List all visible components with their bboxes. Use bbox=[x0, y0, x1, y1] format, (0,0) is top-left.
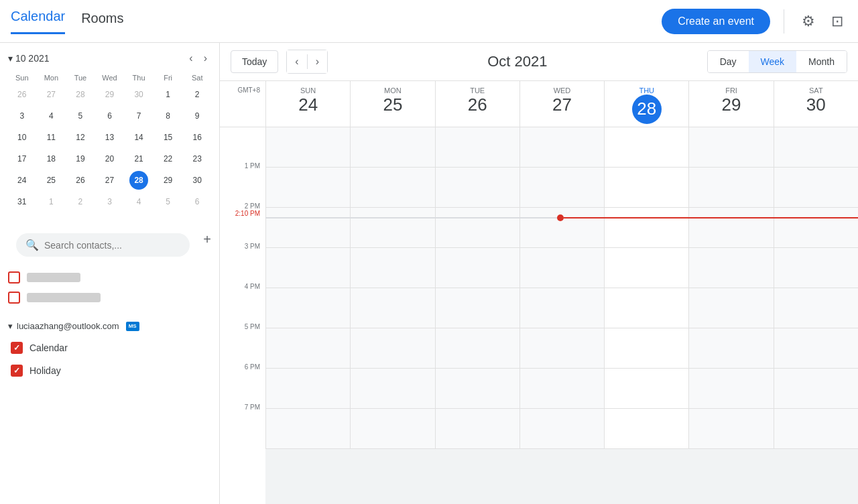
grid-cell[interactable] bbox=[519, 168, 604, 207]
mini-day[interactable]: 5 bbox=[71, 107, 90, 125]
mini-day[interactable]: 13 bbox=[100, 128, 119, 147]
day-header-sat[interactable]: Sat30 bbox=[774, 81, 858, 127]
prev-week-button[interactable]: ‹ bbox=[287, 50, 306, 73]
grid-cell[interactable] bbox=[604, 328, 688, 368]
grid-cell[interactable] bbox=[265, 288, 350, 328]
mini-day[interactable]: 4 bbox=[42, 107, 60, 125]
mini-prev-button[interactable]: ‹ bbox=[185, 51, 196, 66]
grid-cell[interactable] bbox=[519, 127, 604, 167]
mini-day[interactable]: 24 bbox=[13, 171, 32, 190]
grid-cell[interactable] bbox=[350, 328, 434, 368]
mini-day[interactable]: 23 bbox=[188, 149, 206, 168]
today-button[interactable]: Today bbox=[231, 50, 278, 73]
next-week-button[interactable]: › bbox=[308, 50, 327, 73]
search-input[interactable] bbox=[44, 240, 180, 251]
mini-day[interactable]: 31 bbox=[13, 192, 32, 211]
day-view-button[interactable]: Day bbox=[708, 51, 749, 72]
grid-cell[interactable] bbox=[519, 248, 604, 288]
grid-cell[interactable] bbox=[265, 369, 350, 408]
grid-cell[interactable] bbox=[604, 288, 688, 328]
mini-day[interactable]: 7 bbox=[129, 107, 148, 125]
grid-cell[interactable] bbox=[435, 248, 519, 288]
grid-cell[interactable] bbox=[688, 288, 773, 328]
checkbox-1[interactable] bbox=[8, 271, 20, 284]
checkbox-2[interactable] bbox=[8, 292, 20, 304]
calendar-checkbox[interactable] bbox=[11, 342, 23, 354]
grid-cell[interactable] bbox=[350, 208, 434, 247]
grid-cell[interactable] bbox=[519, 369, 604, 408]
grid-cell[interactable] bbox=[265, 168, 350, 207]
grid-cell[interactable] bbox=[435, 369, 519, 408]
mini-day[interactable]: 19 bbox=[71, 149, 90, 168]
grid-cell[interactable] bbox=[688, 168, 773, 207]
grid-cell[interactable] bbox=[688, 328, 773, 368]
grid-cell[interactable] bbox=[604, 248, 688, 288]
mini-day[interactable]: 16 bbox=[188, 128, 206, 147]
mini-day[interactable]: 3 bbox=[100, 192, 119, 211]
grid-cell[interactable] bbox=[688, 369, 773, 408]
month-view-button[interactable]: Month bbox=[796, 51, 847, 72]
mini-day[interactable]: 1 bbox=[159, 85, 178, 104]
mini-day[interactable]: 4 bbox=[129, 192, 148, 211]
settings-button[interactable]: ⚙ bbox=[798, 9, 819, 34]
mini-day[interactable]: 28 bbox=[71, 85, 90, 104]
grid-cell[interactable] bbox=[774, 409, 858, 448]
day-header-wed[interactable]: Wed27 bbox=[519, 81, 604, 127]
grid-cell[interactable] bbox=[688, 409, 773, 448]
grid-cell[interactable] bbox=[265, 409, 350, 448]
grid-cell[interactable] bbox=[350, 409, 434, 448]
mini-day[interactable]: 15 bbox=[159, 128, 178, 147]
search-contacts[interactable]: 🔍 bbox=[16, 233, 190, 257]
grid-cell[interactable] bbox=[774, 328, 858, 368]
mini-day[interactable]: 18 bbox=[42, 149, 60, 168]
grid-cell[interactable] bbox=[350, 127, 434, 167]
day-header-sun[interactable]: Sun24 bbox=[265, 81, 350, 127]
grid-cell[interactable] bbox=[435, 168, 519, 207]
mini-day[interactable]: 22 bbox=[159, 149, 178, 168]
day-header-mon[interactable]: Mon25 bbox=[350, 81, 434, 127]
mini-day[interactable]: 10 bbox=[13, 128, 32, 147]
external-link-button[interactable]: ⊡ bbox=[827, 9, 847, 34]
grid-cell[interactable] bbox=[350, 288, 434, 328]
grid-cell[interactable] bbox=[265, 208, 350, 247]
grid-cell[interactable] bbox=[604, 369, 688, 408]
mini-day[interactable]: 8 bbox=[159, 107, 178, 125]
day-header-thu[interactable]: Thu28 bbox=[604, 81, 688, 127]
mini-day[interactable]: 27 bbox=[42, 85, 60, 104]
mini-day[interactable]: 17 bbox=[13, 149, 32, 168]
grid-cell[interactable] bbox=[265, 127, 350, 167]
mini-day[interactable]: 2 bbox=[71, 192, 90, 211]
grid-cell[interactable] bbox=[350, 369, 434, 408]
grid-cell[interactable] bbox=[435, 409, 519, 448]
create-event-button[interactable]: Create an event bbox=[662, 9, 770, 34]
mini-day[interactable]: 5 bbox=[159, 192, 178, 211]
grid-cell[interactable] bbox=[688, 127, 773, 167]
mini-day[interactable]: 3 bbox=[13, 107, 32, 125]
grid-cell[interactable] bbox=[604, 127, 688, 167]
grid-cell[interactable] bbox=[774, 168, 858, 207]
grid-cell[interactable] bbox=[774, 208, 858, 247]
grid-cell[interactable] bbox=[604, 409, 688, 448]
add-contact-button[interactable]: + bbox=[203, 232, 211, 247]
holiday-checkbox[interactable] bbox=[11, 365, 23, 377]
grid-cell[interactable] bbox=[519, 409, 604, 448]
grid-cell[interactable] bbox=[265, 328, 350, 368]
mini-day[interactable]: 29 bbox=[100, 85, 119, 104]
day-header-fri[interactable]: Fri29 bbox=[688, 81, 773, 127]
mini-day[interactable]: 6 bbox=[100, 107, 119, 125]
grid-cell[interactable] bbox=[350, 168, 434, 207]
mini-day[interactable]: 25 bbox=[42, 171, 60, 190]
mini-day[interactable]: 11 bbox=[42, 128, 60, 147]
mini-next-button[interactable]: › bbox=[200, 51, 211, 66]
mini-day[interactable]: 2 bbox=[188, 85, 206, 104]
mini-day[interactable]: 30 bbox=[188, 171, 206, 190]
mini-day[interactable]: 9 bbox=[188, 107, 206, 125]
grid-cell[interactable] bbox=[265, 248, 350, 288]
account-header[interactable]: ▾ luciaazhang@outlook.com MS bbox=[5, 316, 214, 336]
mini-day[interactable]: 26 bbox=[71, 171, 90, 190]
grid-cell[interactable] bbox=[688, 248, 773, 288]
mini-day[interactable]: 14 bbox=[129, 128, 148, 147]
grid-cell[interactable] bbox=[350, 248, 434, 288]
grid-cell[interactable] bbox=[435, 127, 519, 167]
tab-calendar[interactable]: Calendar bbox=[11, 9, 65, 34]
